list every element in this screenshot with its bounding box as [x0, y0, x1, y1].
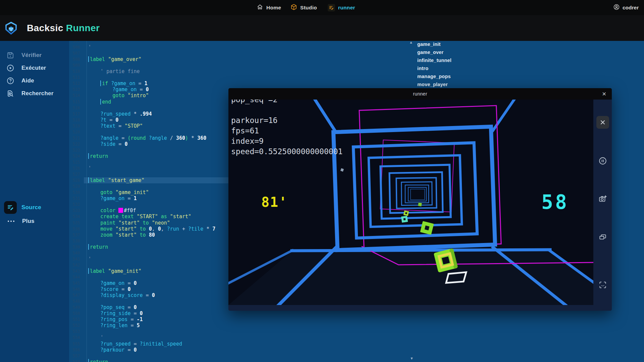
pause-icon[interactable]	[596, 155, 609, 167]
line-number: 506	[68, 44, 80, 51]
line-number: 536	[68, 226, 80, 232]
code-text: ?game_on = 0	[88, 86, 149, 93]
code-text: end	[88, 99, 111, 105]
app-header: Backsic Runner	[0, 15, 644, 41]
debug-line: index=9	[231, 137, 264, 145]
sidebar-item-source[interactable]: Source	[0, 201, 69, 214]
nav-item-label: Studio	[300, 5, 317, 11]
code-text: ?pop_seq = 0	[88, 304, 137, 310]
floppy-disk-icon	[6, 51, 15, 60]
username: codrer	[623, 5, 639, 11]
script-pencil-icon	[4, 201, 17, 214]
score-right: 58	[541, 191, 569, 214]
code-text: ?ring_len = 5	[88, 322, 140, 328]
line-number: 554	[68, 335, 80, 341]
sidebar-item-executer[interactable]: Exécuter	[0, 63, 69, 73]
color-swatch	[118, 208, 123, 213]
line-number: 519	[68, 123, 80, 129]
code-text: '	[88, 44, 91, 50]
label-item-game-init[interactable]: game_init	[417, 42, 441, 47]
code-text: ?side = 0	[88, 141, 127, 147]
nav-item-home[interactable]: Home	[257, 0, 281, 15]
line-number: 538	[68, 238, 80, 244]
label-item-manage-pops[interactable]: manage_pops	[417, 74, 451, 79]
code-text: ?t = 0	[88, 117, 118, 123]
line-number: 528	[68, 177, 80, 184]
label-item-move-player[interactable]: move_player	[417, 82, 448, 87]
scroll-down-arrow[interactable]: ▼	[410, 356, 414, 360]
line-number: 556	[68, 347, 80, 353]
nav-item-label: runner	[338, 5, 355, 11]
code-text: label "game_init"	[88, 268, 142, 274]
code-text: label "game_over"	[88, 56, 142, 62]
user-menu[interactable]: codrer	[613, 0, 639, 15]
code-text: '	[88, 335, 103, 341]
game-viewport[interactable]: pop_seq =2 parkour=16 fps=61 index=9 spe…	[228, 100, 593, 305]
sidebar-item-aide[interactable]: Aide	[0, 75, 69, 86]
modal-titlebar[interactable]: runner ✕	[228, 88, 612, 100]
code-text: return	[88, 244, 108, 250]
line-number: 521	[68, 135, 80, 141]
code-text: return	[88, 359, 108, 362]
line-number: 520	[68, 129, 80, 135]
overlapping-windows-icon[interactable]	[596, 231, 609, 244]
line-number: 558	[68, 359, 80, 362]
line-number: 537	[68, 232, 80, 238]
line-number: 527	[68, 171, 80, 178]
code-text: ?text = "STOP"	[88, 123, 143, 129]
line-number: 552	[68, 322, 80, 329]
sidebar-item-label: Vérifier	[21, 52, 42, 59]
code-text: return	[88, 153, 108, 159]
code-text: paint "start" to "neon"	[88, 220, 170, 226]
line-number: 509	[68, 62, 80, 69]
label-item-infinite-tunnel[interactable]: infinite_tunnel	[417, 58, 451, 63]
ellipsis-icon	[7, 221, 15, 222]
stop-game-button[interactable]	[596, 116, 609, 129]
sidebar-item-label: Plus	[22, 218, 35, 225]
nav-item-studio[interactable]: Studio	[290, 0, 317, 15]
code-text: ?display_score = 0	[88, 292, 155, 298]
line-number: 535	[68, 220, 80, 226]
sidebar-item-label: Rechercher	[21, 90, 54, 97]
line-number: 548	[68, 298, 80, 305]
code-text: ?run_speed * .994	[88, 111, 152, 117]
line-number: 541	[68, 256, 80, 262]
line-number: 553	[68, 328, 80, 335]
sidebar-item-plus[interactable]: Plus	[0, 216, 69, 227]
code-text: ?ring_side = 0	[88, 310, 143, 316]
person-circle-icon	[613, 4, 620, 12]
sidebar-item-label: Source	[21, 204, 41, 211]
sidebar-item-label: Exécuter	[21, 65, 46, 71]
close-icon[interactable]: ✕	[600, 88, 608, 100]
line-number: 518	[68, 117, 80, 123]
line-number: 517	[68, 111, 80, 117]
sidebar-item-verifier[interactable]: Vérifier	[0, 50, 69, 61]
code-text: zoom "start" to 80	[88, 232, 155, 238]
code-text: '	[88, 256, 91, 262]
title-accent: Runner	[66, 23, 100, 33]
label-item-game-over[interactable]: game_over	[417, 50, 443, 55]
label-item-intro[interactable]: intro	[417, 66, 428, 71]
play-circle-icon	[6, 64, 15, 72]
code-text: move "start" to 0, 0, ?run + ?tile * 7	[88, 226, 215, 232]
line-number: 532	[68, 201, 80, 208]
debug-line: parkour=16	[231, 116, 277, 125]
camera-plus-icon[interactable]	[596, 192, 609, 205]
app-logo-icon[interactable]	[5, 22, 17, 35]
line-number: 540	[68, 250, 80, 256]
sidebar-item-rechercher[interactable]: Rechercher	[0, 88, 69, 99]
line-number: 512	[68, 80, 80, 87]
line-number: 551	[68, 316, 80, 323]
top-navigation: Home Studio runner codrer	[0, 0, 644, 15]
cube-package-icon	[290, 4, 297, 12]
line-number: 516	[68, 105, 80, 111]
document-magnifier-icon	[6, 89, 15, 98]
line-number: 523	[68, 147, 80, 154]
nav-item-runner[interactable]: runner	[328, 0, 355, 15]
code-text: ?angle = (round ?angle / 360) * 360	[88, 135, 206, 141]
sidebar: Vérifier Exécuter Aide	[0, 41, 69, 362]
code-text: '	[88, 165, 91, 171]
frame-region-icon[interactable]	[596, 279, 609, 291]
script-pencil-icon	[328, 4, 335, 11]
line-number: 525	[68, 159, 80, 166]
